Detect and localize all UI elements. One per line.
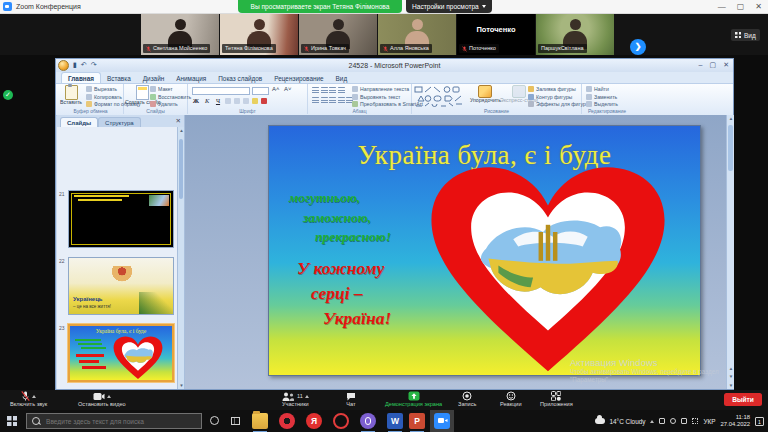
tab-animation[interactable]: Анимация xyxy=(170,73,212,83)
chevron-up-icon[interactable] xyxy=(32,395,36,398)
view-settings-button[interactable]: Настройки просмотра xyxy=(406,0,492,13)
ppt-minimize-button[interactable]: – xyxy=(699,61,703,69)
tab-review[interactable]: Рецензирование xyxy=(268,73,329,83)
maximize-button[interactable]: ▢ xyxy=(737,2,745,11)
align-left-icon[interactable] xyxy=(312,97,319,104)
cortana-icon[interactable] xyxy=(210,416,219,425)
panel-scrollbar[interactable]: ▲ ▼ xyxy=(177,127,184,389)
reset-button[interactable]: Восстановить xyxy=(150,94,191,101)
font-name-box[interactable] xyxy=(192,87,250,95)
participant-tile[interactable]: Алла Яновська xyxy=(378,13,456,55)
participant-tile[interactable]: Светлана Мойсеенко xyxy=(141,13,219,55)
shrink-font-icon[interactable]: A˅ xyxy=(284,86,292,92)
weather-label[interactable]: 14°C Cloudy xyxy=(610,418,646,425)
start-button[interactable] xyxy=(7,416,17,426)
underline-button[interactable]: Ч xyxy=(214,97,222,104)
ppt-close-button[interactable]: ✕ xyxy=(723,61,729,69)
layout-button[interactable]: Макет xyxy=(150,86,191,93)
tab-home[interactable]: Главная xyxy=(61,72,101,83)
editor-scrollbar[interactable]: ▲ ▲ ▼ ▼ xyxy=(726,115,734,389)
arrange-button[interactable]: Упорядочить xyxy=(470,85,501,104)
replace-button[interactable]: Заменить xyxy=(586,94,618,101)
save-icon[interactable]: ▮ xyxy=(73,61,77,69)
delete-button[interactable]: Удалить xyxy=(150,101,191,108)
char-spacing-icon[interactable] xyxy=(243,98,249,104)
taskbar-app-powerpoint[interactable]: P xyxy=(409,413,425,429)
tab-insert[interactable]: Вставка xyxy=(101,73,137,83)
action-center-icon[interactable]: 1 xyxy=(755,417,764,426)
paste-button[interactable]: Вставить xyxy=(60,85,82,106)
redo-icon[interactable]: ↷ xyxy=(91,61,97,69)
participants-button[interactable]: 11 Участники xyxy=(282,391,309,408)
apps-button[interactable]: Приложения xyxy=(540,391,573,408)
align-right-icon[interactable] xyxy=(329,97,336,104)
share-screen-button[interactable]: Демонстрация экрана xyxy=(385,391,442,408)
indent-left-icon[interactable] xyxy=(329,87,336,94)
tab-view[interactable]: Вид xyxy=(330,73,354,83)
font-color-icon[interactable] xyxy=(261,98,267,104)
numbering-icon[interactable] xyxy=(321,87,328,94)
tab-design[interactable]: Дизайн xyxy=(137,73,170,83)
tray-mic-icon[interactable] xyxy=(670,418,676,424)
record-button[interactable]: Запись xyxy=(458,391,476,408)
language-indicator[interactable]: УКР xyxy=(703,418,715,425)
shape-fill-button[interactable]: Заливка фигуры xyxy=(528,86,586,93)
find-button[interactable]: Найти xyxy=(586,86,618,93)
reactions-button[interactable]: Реакции xyxy=(500,391,522,408)
font-size-box[interactable] xyxy=(252,87,269,95)
slide-thumbnail-23-selected[interactable]: Україна була, є і буде xyxy=(68,324,174,382)
shadow-icon[interactable] xyxy=(234,98,240,104)
unmute-button[interactable]: Включить звук xyxy=(10,391,47,408)
scroll-up-icon[interactable]: ▲ xyxy=(178,128,185,133)
task-view-icon[interactable] xyxy=(231,417,240,425)
panel-close-icon[interactable]: ✕ xyxy=(176,117,181,125)
participant-tile[interactable]: Поточенко Поточенко xyxy=(457,13,535,55)
shape-effects-button[interactable]: Эффекты для фигур xyxy=(528,101,586,108)
hidden-icons-chevron[interactable] xyxy=(650,420,654,423)
scroll-up-icon[interactable]: ▲ xyxy=(727,116,735,121)
taskbar-app-opera-gx[interactable] xyxy=(279,413,295,429)
grow-font-icon[interactable]: A˄ xyxy=(272,86,280,92)
view-layout-button[interactable]: Вид xyxy=(731,29,760,41)
select-button[interactable]: Выделить xyxy=(586,101,618,108)
taskbar-search[interactable] xyxy=(26,413,202,429)
taskbar-clock[interactable]: 11:18 27.04.2022 xyxy=(721,414,750,428)
taskbar-app-viber[interactable] xyxy=(360,413,376,429)
scroll-down-icon[interactable]: ▼ xyxy=(178,383,185,388)
next-participants-button[interactable]: ❯ xyxy=(630,39,646,55)
indent-right-icon[interactable] xyxy=(338,87,345,94)
tray-volume-icon[interactable] xyxy=(681,418,687,424)
participant-tile[interactable]: Ирина Товкач xyxy=(299,13,377,55)
italic-button[interactable]: К xyxy=(203,97,211,104)
stop-video-button[interactable]: Остановить видео xyxy=(78,391,126,408)
slide-thumbnail-21[interactable] xyxy=(68,190,174,248)
taskbar-app-word[interactable]: W xyxy=(387,413,403,429)
minimize-button[interactable]: — xyxy=(718,2,726,11)
participant-tile[interactable]: Тетяна Філімонова xyxy=(220,13,298,55)
bold-button[interactable]: Ж xyxy=(192,97,200,104)
tab-slideshow[interactable]: Показ слайдов xyxy=(212,73,268,83)
search-input[interactable] xyxy=(44,417,196,426)
shape-outline-button[interactable]: Контур фигуры xyxy=(528,94,586,101)
taskbar-app-explorer[interactable] xyxy=(252,413,268,429)
participant-tile[interactable]: ПаршукСвітлана xyxy=(536,13,614,55)
slide-canvas[interactable]: Україна була, є і буде могутньою, заможн… xyxy=(268,125,701,376)
bullets-icon[interactable] xyxy=(312,87,319,94)
tray-network-icon[interactable] xyxy=(692,418,698,424)
panel-tab-slides[interactable]: Слайды xyxy=(60,117,98,127)
panel-tab-outline[interactable]: Структура xyxy=(98,117,140,127)
taskbar-app-opera[interactable] xyxy=(333,413,349,429)
chevron-up-icon[interactable] xyxy=(107,395,111,398)
taskbar-app-zoom-active[interactable] xyxy=(430,410,454,432)
close-button[interactable]: ✕ xyxy=(755,2,762,11)
justify-icon[interactable] xyxy=(338,97,345,104)
ppt-restore-button[interactable]: ▢ xyxy=(710,61,717,69)
shapes-gallery[interactable] xyxy=(414,86,466,108)
chat-button[interactable]: Чат xyxy=(346,391,356,408)
slide-thumbnail-22[interactable]: Українець – це на все життя! xyxy=(68,257,174,315)
undo-icon[interactable]: ↶ xyxy=(81,61,87,69)
taskbar-app-yandex[interactable]: Я xyxy=(306,413,322,429)
highlight-color-icon[interactable] xyxy=(252,98,258,104)
chevron-up-icon[interactable] xyxy=(305,395,309,398)
office-button[interactable] xyxy=(58,60,69,71)
